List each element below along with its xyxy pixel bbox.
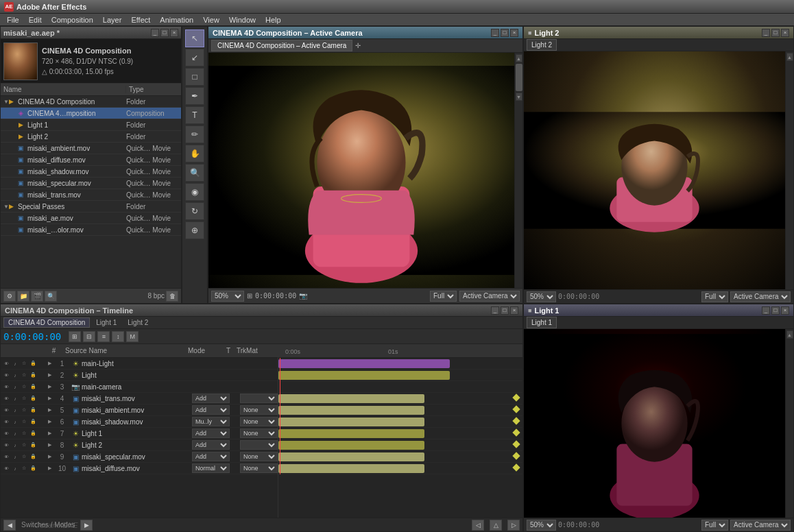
l2-zoom-select[interactable]: 50% (527, 291, 556, 302)
layer-icon-2-1[interactable]: ♪ (11, 371, 19, 379)
layer-icon-4-2[interactable]: ☆ (20, 394, 28, 402)
layer-trkmat-6[interactable]: None (240, 417, 278, 426)
layer-icon-6-1[interactable]: ♪ (11, 418, 19, 426)
layer-expand-10[interactable]: ▶ (45, 464, 53, 472)
keyframe-5[interactable] (512, 405, 520, 413)
comp-maximize-btn[interactable]: □ (501, 29, 509, 37)
layer-icon-2-2[interactable]: ☆ (20, 371, 28, 379)
l1-quality-select[interactable]: Full (701, 520, 728, 531)
layer-row-7[interactable]: 👁♪☆🔒▶7☀Light 1AddNone (1, 428, 278, 439)
tool-pan-behind[interactable]: ↙ (185, 49, 204, 66)
file-item-2[interactable]: ▶Light 1Folder (1, 119, 181, 131)
file-item-8[interactable]: ▣misaki_trans.movQuick… Movie (1, 189, 181, 201)
tl-bottom-tool3[interactable]: ▷ (507, 520, 520, 531)
layer-expand-6[interactable]: ▶ (45, 418, 53, 426)
quality-select[interactable]: Full (430, 291, 457, 302)
layer-icon-5-2[interactable]: ☆ (20, 406, 28, 414)
layer-icon-9-0[interactable]: 👁 (2, 452, 10, 461)
menu-animation[interactable]: Animation (156, 15, 197, 25)
layer-icon-8-1[interactable]: ♪ (11, 441, 19, 449)
layer-expand-2[interactable]: ▶ (45, 371, 53, 379)
timeline-tab-comp[interactable]: CINEMA 4D Composition (3, 317, 90, 328)
menu-help[interactable]: Help (261, 15, 285, 25)
light2-maximize-btn[interactable]: □ (771, 29, 780, 37)
l1-zoom-select[interactable]: 50% (527, 520, 556, 531)
layer-icon-10-3[interactable]: 🔒 (29, 464, 37, 472)
file-item-9[interactable]: ▼▶Special PassesFolder (1, 201, 181, 213)
layer-icon-4-0[interactable]: 👁 (2, 394, 10, 402)
layer-trkmat-9[interactable]: None (240, 452, 278, 461)
layer-icon-5-3[interactable]: 🔒 (29, 406, 37, 414)
menu-composition[interactable]: Composition (47, 15, 97, 25)
layer-icon-5-0[interactable]: 👁 (2, 406, 10, 414)
menu-window[interactable]: Window (225, 15, 260, 25)
keyframe-8[interactable] (512, 440, 520, 448)
layer-row-1[interactable]: 👁♪☆🔒▶1☀main-Light (1, 358, 278, 370)
layer-icon-9-3[interactable]: 🔒 (29, 452, 37, 461)
layer-icon-8-0[interactable]: 👁 (2, 441, 10, 449)
light1-close-btn[interactable]: × (781, 306, 789, 315)
track-bar-4[interactable] (278, 394, 424, 403)
file-item-1[interactable]: ◈CINEMA 4…mpositionComposition (1, 108, 181, 119)
layer-trkmat-5[interactable]: None (240, 405, 278, 415)
layer-icon-8-3[interactable]: 🔒 (29, 441, 37, 449)
layer-icon-7-3[interactable]: 🔒 (29, 429, 37, 437)
layer-icon-2-3[interactable]: 🔒 (29, 371, 37, 379)
tool-rect[interactable]: □ (185, 68, 204, 86)
menu-effect[interactable]: Effect (127, 15, 154, 25)
layer-icon-7-1[interactable]: ♪ (11, 429, 19, 437)
layer-row-8[interactable]: 👁♪☆🔒▶8☀Light 2Add (1, 439, 278, 451)
tl-tool3[interactable]: ≡ (97, 331, 110, 342)
track-bar-10[interactable] (278, 464, 424, 473)
tl-bottom-tool2[interactable]: △ (490, 520, 502, 531)
file-item-7[interactable]: ▣misaki_specular.movQuick… Movie (1, 178, 181, 189)
layer-trkmat-10[interactable]: None (240, 463, 278, 473)
project-minimize-btn[interactable]: _ (151, 29, 159, 37)
layer-expand-4[interactable]: ▶ (45, 394, 53, 402)
layer-icon-3-0[interactable]: 👁 (2, 383, 10, 391)
light1-viewer-tab[interactable]: Light 1 (527, 317, 557, 328)
menu-view[interactable]: View (199, 15, 224, 25)
layer-icon-10-2[interactable]: ☆ (20, 464, 28, 472)
tool-type[interactable]: T (185, 106, 204, 124)
interpret-btn[interactable]: ⚙ (3, 291, 16, 302)
layer-icon-1-0[interactable]: 👁 (2, 359, 10, 367)
light1-minimize-btn[interactable]: _ (762, 306, 770, 315)
tl-bottom-prev[interactable]: ◀ (3, 520, 16, 531)
tool-brush[interactable]: ✏ (185, 125, 204, 143)
find-btn[interactable]: 🔍 (45, 291, 57, 302)
project-close-btn[interactable]: × (170, 29, 178, 37)
layer-row-2[interactable]: 👁♪☆🔒▶2☀Light (1, 370, 278, 381)
layer-mode-5[interactable]: Add (192, 405, 230, 415)
timeline-minimize-btn[interactable]: _ (491, 306, 499, 315)
timeline-tab-light1[interactable]: Light 1 (91, 317, 121, 328)
timeline-close-btn[interactable]: × (510, 306, 518, 315)
track-bar-8[interactable] (278, 441, 424, 450)
file-item-11[interactable]: ▣misaki_…olor.movQuick… Movie (1, 224, 181, 236)
layer-icon-10-1[interactable]: ♪ (11, 464, 19, 472)
keyframe-6[interactable] (512, 417, 520, 424)
l1-up-arrow[interactable]: ▲ (786, 330, 793, 339)
track-bar-6[interactable] (278, 418, 424, 426)
file-item-4[interactable]: ▣misaki_ambient.movQuick… Movie (1, 143, 181, 154)
layer-row-3[interactable]: 👁♪☆🔒▶3📷main-camera (1, 381, 278, 393)
tl-tool4[interactable]: ↕ (112, 331, 124, 342)
l1-camera-select[interactable]: Active Camera (730, 520, 791, 531)
layer-icon-7-0[interactable]: 👁 (2, 429, 10, 437)
tool-roto[interactable]: ◉ (185, 183, 204, 201)
keyframe-10[interactable] (512, 463, 520, 471)
layer-icon-4-1[interactable]: ♪ (11, 394, 19, 402)
tool-zoom[interactable]: 🔍 (185, 164, 204, 182)
layer-mode-10[interactable]: Normal (192, 463, 230, 473)
light2-close-btn[interactable]: × (781, 29, 789, 37)
layer-icon-3-3[interactable]: 🔒 (29, 383, 37, 391)
layer-icon-4-3[interactable]: 🔒 (29, 394, 37, 402)
layer-icon-6-2[interactable]: ☆ (20, 418, 28, 426)
comp-close-btn[interactable]: × (510, 29, 518, 37)
layer-expand-9[interactable]: ▶ (45, 452, 53, 461)
menu-edit[interactable]: Edit (25, 15, 46, 25)
layer-expand-5[interactable]: ▶ (45, 406, 53, 414)
new-comp-btn[interactable]: 🎬 (31, 291, 43, 302)
layer-trkmat-4[interactable] (240, 394, 278, 403)
layer-mode-9[interactable]: Add (192, 452, 230, 461)
